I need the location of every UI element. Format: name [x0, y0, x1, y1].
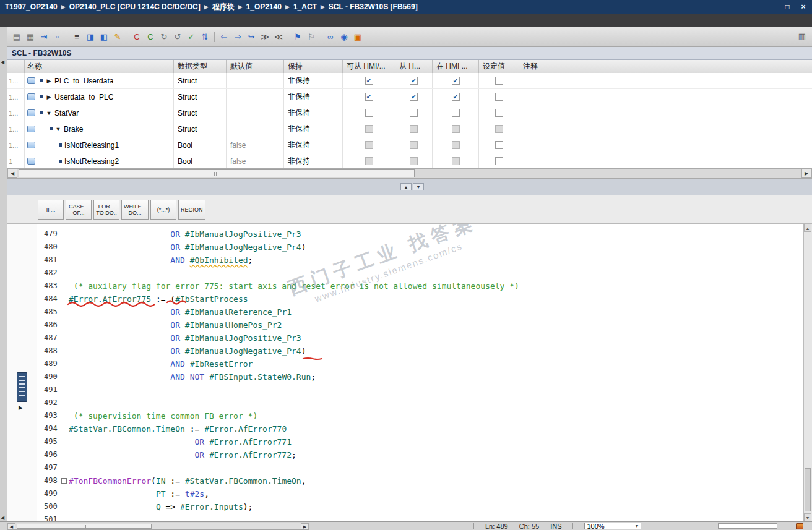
- code-line[interactable]: 481AND #QbInhibited;: [37, 254, 804, 267]
- scroll-left-icon[interactable]: ◀: [7, 169, 17, 178]
- step-forward-icon[interactable]: ↻: [158, 31, 170, 43]
- insert-region-button[interactable]: REGION: [178, 200, 205, 220]
- minimize-icon[interactable]: ─: [766, 2, 776, 11]
- setpoint-checkbox[interactable]: [495, 93, 503, 101]
- scroll-left-icon[interactable]: ◀: [7, 523, 15, 529]
- datatype-cell[interactable]: Struct: [174, 89, 227, 105]
- column-header[interactable]: 名称: [25, 60, 174, 73]
- scroll-right-icon[interactable]: ▶: [301, 523, 309, 529]
- variable-row[interactable]: 1...▶Userdata_to_PLCStruct非保持: [7, 89, 812, 105]
- code-line[interactable]: 486OR #IbManualHomePos_Pr2: [37, 318, 804, 331]
- comment-view-icon[interactable]: ◧: [98, 31, 110, 43]
- code-vertical-scrollbar[interactable]: ▲ ▼: [803, 224, 812, 521]
- code-line[interactable]: 492: [37, 396, 804, 409]
- code-line[interactable]: 483(* auxilary flag for error 775: start…: [37, 280, 804, 293]
- setpoint-checkbox[interactable]: [495, 141, 503, 149]
- code-line[interactable]: 488OR #IbManualJogNegative_Pr4): [37, 344, 804, 357]
- column-header[interactable]: 数据类型: [174, 60, 227, 73]
- code-line[interactable]: 480OR #IbManualJogNegative_Pr4): [37, 241, 804, 254]
- step-back-icon[interactable]: ↺: [171, 31, 184, 43]
- next-position-icon[interactable]: ⇒: [231, 31, 244, 43]
- indent-icon[interactable]: ≫: [259, 31, 271, 43]
- code-line[interactable]: 484#Error.AfError775 := (#IbStartProcess: [37, 293, 804, 306]
- go-to-usage-icon[interactable]: C: [144, 31, 157, 43]
- retain-cell[interactable]: 非保持: [284, 153, 343, 168]
- synchronize-icon[interactable]: ⇅: [199, 31, 211, 43]
- code-line[interactable]: 493(* supervision time common FB error *…: [37, 409, 804, 422]
- table-horizontal-scrollbar[interactable]: ◀ ▶: [7, 168, 812, 179]
- hmi-writable-checkbox[interactable]: [410, 93, 418, 101]
- default-value-cell[interactable]: false: [227, 153, 284, 168]
- retain-cell[interactable]: 非保持: [284, 73, 343, 88]
- code-line[interactable]: 499PT := t#2s,: [37, 487, 804, 500]
- know-how-protection-icon[interactable]: ▣: [352, 31, 364, 43]
- comment-cell[interactable]: [519, 137, 812, 153]
- variable-row[interactable]: 1...▶PLC_to_UserdataStruct非保持: [7, 73, 812, 89]
- datatype-cell[interactable]: Struct: [174, 121, 227, 137]
- hmi-visible-checkbox[interactable]: [452, 109, 460, 117]
- hmi-writable-checkbox[interactable]: [410, 109, 418, 117]
- monitor-icon[interactable]: ∞: [324, 31, 337, 43]
- collapsed-pane-handle[interactable]: [17, 372, 27, 402]
- breadcrumb-item[interactable]: SCL - FB32W10S [FB569]: [329, 2, 418, 11]
- comment-cell[interactable]: [519, 153, 812, 168]
- collapse-region-icon[interactable]: −: [61, 478, 67, 484]
- scroll-down-icon[interactable]: ▼: [804, 513, 811, 521]
- code-line[interactable]: 491: [37, 383, 804, 396]
- code-line[interactable]: 497: [37, 461, 804, 474]
- variable-row[interactable]: 1IsNotReleasing2Boolfalse非保持: [7, 153, 812, 168]
- code-line[interactable]: 487OR #IbManualJogPositive_Pr3: [37, 331, 804, 344]
- collapse-left-pane-bottom-icon[interactable]: ◀: [1, 515, 4, 521]
- default-value-cell[interactable]: [227, 89, 284, 105]
- check-consistency-icon[interactable]: ✓: [185, 31, 197, 43]
- code-line[interactable]: 494#StatVar.FBCommon.TimeOn := #Error.Af…: [37, 422, 804, 435]
- hmi-accessible-checkbox[interactable]: [365, 93, 373, 101]
- breadcrumb-item[interactable]: T1907_OP2140: [5, 2, 58, 11]
- code-line[interactable]: 479OR #IbManualJogPositive_Pr3: [37, 228, 804, 241]
- breadcrumb-item[interactable]: 1_OP2140: [246, 2, 282, 11]
- previous-position-icon[interactable]: ⇐: [218, 31, 230, 43]
- code-editor[interactable]: ▶ 479OR #IbManualJogPositive_Pr3480OR #I…: [7, 224, 804, 521]
- hmi-accessible-checkbox[interactable]: [365, 77, 373, 85]
- expand-icon[interactable]: ▶: [46, 94, 52, 100]
- pane-splitter[interactable]: ▲ ▼: [7, 179, 812, 195]
- scrollbar-thumb[interactable]: [805, 468, 811, 511]
- remove-breakpoints-icon[interactable]: ⚐: [305, 31, 317, 43]
- code-line[interactable]: 485OR #IbManualReference_Pr1: [37, 306, 804, 318]
- code-line[interactable]: 489AND #IbResetError: [37, 357, 804, 370]
- hmi-visible-checkbox[interactable]: [452, 93, 460, 101]
- scrollbar-thumb[interactable]: [19, 169, 415, 177]
- comment-cell[interactable]: [519, 73, 812, 88]
- column-header[interactable]: 可从 HMI/...: [343, 60, 395, 73]
- column-header[interactable]: 设定值: [479, 60, 519, 73]
- splitter-down-button[interactable]: ▼: [413, 183, 424, 190]
- network-comment-icon[interactable]: ▦: [24, 31, 37, 43]
- retain-cell[interactable]: 非保持: [284, 89, 343, 105]
- comment-cell[interactable]: [519, 89, 812, 105]
- restore-icon[interactable]: □: [782, 2, 792, 11]
- default-value-cell[interactable]: [227, 73, 284, 88]
- collapse-icon[interactable]: ▼: [46, 110, 52, 116]
- code-line[interactable]: 482: [37, 267, 804, 280]
- code-line[interactable]: 501: [37, 513, 804, 521]
- breadcrumb-item[interactable]: 程序块: [212, 2, 235, 12]
- comment-cell[interactable]: [519, 121, 812, 137]
- close-icon[interactable]: ×: [798, 2, 808, 11]
- scroll-right-icon[interactable]: ▶: [801, 169, 811, 178]
- call-structure-icon[interactable]: C: [131, 31, 143, 43]
- zoom-select[interactable]: 100% ▼: [584, 523, 641, 529]
- maximize-editor-icon[interactable]: ▥: [796, 30, 808, 43]
- default-value-cell[interactable]: [227, 121, 284, 137]
- scrollbar-thumb[interactable]: [17, 524, 152, 529]
- setpoint-checkbox[interactable]: [495, 77, 503, 85]
- expand-pane-icon[interactable]: ▶: [19, 404, 23, 411]
- breadcrumb-item[interactable]: 1_ACT: [293, 2, 317, 11]
- datatype-cell[interactable]: Struct: [174, 73, 227, 88]
- datatype-cell[interactable]: Bool: [174, 137, 227, 153]
- column-header[interactable]: 默认值: [227, 60, 284, 73]
- default-value-cell[interactable]: [227, 105, 284, 121]
- setpoint-checkbox[interactable]: [495, 157, 503, 165]
- code-line[interactable]: 498−#TonFBCommonError(IN := #StatVar.FBC…: [37, 474, 804, 487]
- collapse-left-pane-icon[interactable]: ◀: [1, 59, 4, 65]
- retain-cell[interactable]: 非保持: [284, 137, 343, 153]
